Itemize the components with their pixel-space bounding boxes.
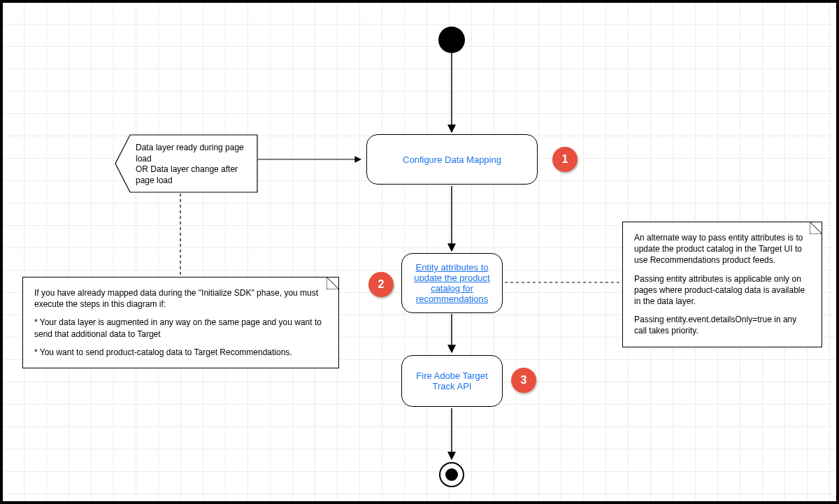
note-left-text: If you have already mapped data during t… bbox=[34, 287, 327, 358]
badge-3: 3 bbox=[511, 368, 536, 393]
step-2-label: Entity attributes to update the product … bbox=[409, 262, 495, 304]
end-node bbox=[439, 462, 464, 487]
step-3-label: Fire Adobe Target Track API bbox=[409, 370, 495, 391]
step-entity-attributes[interactable]: Entity attributes to update the product … bbox=[401, 253, 503, 313]
badge-2: 2 bbox=[368, 272, 394, 297]
note-right-text: An alternate way to pass entity attribut… bbox=[634, 232, 810, 337]
step-configure-data-mapping[interactable]: Configure Data Mapping bbox=[366, 134, 538, 185]
note-left: If you have already mapped data during t… bbox=[22, 277, 339, 368]
start-node bbox=[438, 27, 465, 53]
step-1-label: Configure Data Mapping bbox=[403, 154, 501, 165]
badge-1: 1 bbox=[552, 147, 578, 172]
signal-text: Data layer ready during page loadOR Data… bbox=[136, 143, 250, 186]
note-right: An alternate way to pass entity attribut… bbox=[622, 222, 822, 347]
step-fire-track-api[interactable]: Fire Adobe Target Track API bbox=[401, 355, 503, 407]
diagram-frame: Data layer ready during page loadOR Data… bbox=[0, 0, 839, 504]
signal-data-layer: Data layer ready during page loadOR Data… bbox=[115, 134, 258, 193]
